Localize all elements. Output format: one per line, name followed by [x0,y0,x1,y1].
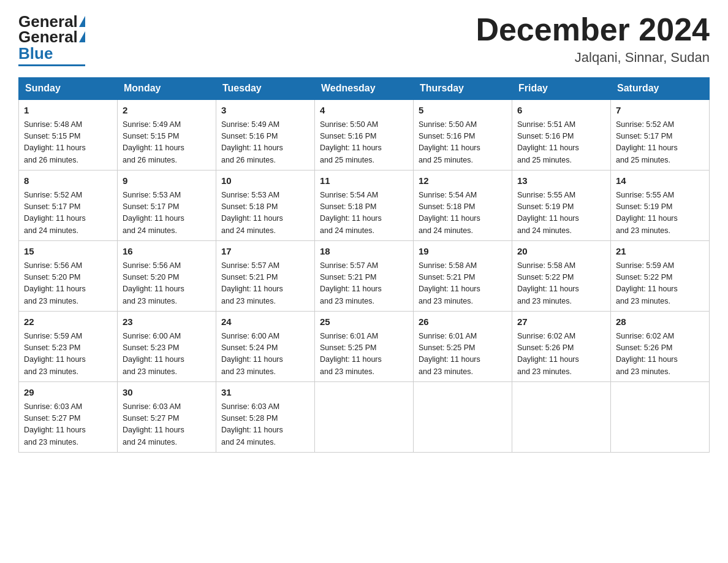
day-info: Sunrise: 5:57 AMSunset: 5:21 PMDaylight:… [221,260,309,308]
day-info: Sunrise: 5:49 AMSunset: 5:16 PMDaylight:… [221,119,309,167]
day-info: Sunrise: 5:58 AMSunset: 5:21 PMDaylight:… [419,260,507,308]
day-header-tuesday: Tuesday [216,78,315,100]
calendar-cell: 27Sunrise: 6:02 AMSunset: 5:26 PMDayligh… [512,312,611,382]
day-number: 3 [221,104,309,118]
day-info: Sunrise: 5:53 AMSunset: 5:18 PMDaylight:… [221,190,309,237]
calendar-cell: 29Sunrise: 6:03 AMSunset: 5:27 PMDayligh… [19,382,118,453]
calendar-cell: 21Sunrise: 5:59 AMSunset: 5:22 PMDayligh… [611,241,710,312]
calendar-cell [611,382,710,453]
day-number: 4 [320,104,408,118]
calendar-cell: 20Sunrise: 5:58 AMSunset: 5:22 PMDayligh… [512,241,611,312]
calendar-table: SundayMondayTuesdayWednesdayThursdayFrid… [18,77,710,453]
calendar-cell [512,382,611,453]
day-info: Sunrise: 5:50 AMSunset: 5:16 PMDaylight:… [320,119,408,167]
day-info: Sunrise: 6:00 AMSunset: 5:23 PMDaylight:… [123,331,211,378]
day-number: 23 [123,315,211,329]
calendar-week-row: 22Sunrise: 5:59 AMSunset: 5:23 PMDayligh… [19,312,710,382]
day-number: 7 [616,104,704,118]
day-header-saturday: Saturday [611,78,710,100]
day-info: Sunrise: 5:59 AMSunset: 5:23 PMDaylight:… [24,331,112,378]
day-number: 5 [419,104,507,118]
day-header-friday: Friday [512,78,611,100]
day-info: Sunrise: 6:02 AMSunset: 5:26 PMDaylight:… [616,331,704,378]
day-number: 16 [123,245,211,259]
day-number: 1 [24,104,112,118]
calendar-week-row: 29Sunrise: 6:03 AMSunset: 5:27 PMDayligh… [19,382,710,453]
day-number: 24 [221,315,309,329]
day-info: Sunrise: 5:55 AMSunset: 5:19 PMDaylight:… [517,190,605,237]
day-info: Sunrise: 6:01 AMSunset: 5:25 PMDaylight:… [419,331,507,378]
day-info: Sunrise: 5:55 AMSunset: 5:19 PMDaylight:… [616,190,704,237]
calendar-cell: 31Sunrise: 6:03 AMSunset: 5:28 PMDayligh… [216,382,315,453]
day-info: Sunrise: 5:58 AMSunset: 5:22 PMDaylight:… [517,260,605,308]
day-number: 21 [616,245,704,259]
calendar-cell: 16Sunrise: 5:56 AMSunset: 5:20 PMDayligh… [118,241,216,312]
calendar-cell [414,382,512,453]
day-info: Sunrise: 5:48 AMSunset: 5:15 PMDaylight:… [24,119,112,167]
calendar-cell: 23Sunrise: 6:00 AMSunset: 5:23 PMDayligh… [118,312,216,382]
calendar-cell: 6Sunrise: 5:51 AMSunset: 5:16 PMDaylight… [512,99,611,170]
day-number: 17 [221,245,309,259]
calendar-cell: 7Sunrise: 5:52 AMSunset: 5:17 PMDaylight… [611,99,710,170]
logo: General General Blue [18,12,85,66]
day-header-wednesday: Wednesday [315,78,414,100]
day-info: Sunrise: 5:56 AMSunset: 5:20 PMDaylight:… [123,260,211,308]
calendar-cell: 3Sunrise: 5:49 AMSunset: 5:16 PMDaylight… [216,99,315,170]
logo-triangle-icon2 [79,31,85,42]
day-number: 18 [320,245,408,259]
day-info: Sunrise: 5:49 AMSunset: 5:15 PMDaylight:… [123,119,211,167]
calendar-cell: 14Sunrise: 5:55 AMSunset: 5:19 PMDayligh… [611,170,710,241]
day-info: Sunrise: 6:03 AMSunset: 5:28 PMDaylight:… [221,401,309,449]
day-number: 8 [24,174,112,188]
day-header-monday: Monday [118,78,216,100]
day-number: 12 [419,174,507,188]
day-number: 10 [221,174,309,188]
calendar-cell: 11Sunrise: 5:54 AMSunset: 5:18 PMDayligh… [315,170,414,241]
day-number: 29 [24,386,112,400]
calendar-cell: 8Sunrise: 5:52 AMSunset: 5:17 PMDaylight… [19,170,118,241]
day-number: 31 [221,386,309,400]
day-number: 26 [419,315,507,329]
day-number: 25 [320,315,408,329]
day-header-thursday: Thursday [414,78,512,100]
day-number: 20 [517,245,605,259]
calendar-cell: 12Sunrise: 5:54 AMSunset: 5:18 PMDayligh… [414,170,512,241]
calendar-cell: 26Sunrise: 6:01 AMSunset: 5:25 PMDayligh… [414,312,512,382]
calendar-cell: 24Sunrise: 6:00 AMSunset: 5:24 PMDayligh… [216,312,315,382]
calendar-cell: 28Sunrise: 6:02 AMSunset: 5:26 PMDayligh… [611,312,710,382]
day-number: 9 [123,174,211,188]
calendar-cell: 30Sunrise: 6:03 AMSunset: 5:27 PMDayligh… [118,382,216,453]
title-block: December 2024 Jalqani, Sinnar, Sudan [476,12,710,66]
page-header: General General Blue December 2024 Jalqa… [18,12,710,66]
day-number: 22 [24,315,112,329]
calendar-cell: 13Sunrise: 5:55 AMSunset: 5:19 PMDayligh… [512,170,611,241]
day-number: 30 [123,386,211,400]
day-number: 27 [517,315,605,329]
logo-underline [18,64,85,66]
day-number: 2 [123,104,211,118]
calendar-cell: 18Sunrise: 5:57 AMSunset: 5:21 PMDayligh… [315,241,414,312]
day-header-sunday: Sunday [19,78,118,100]
calendar-header-row: SundayMondayTuesdayWednesdayThursdayFrid… [19,78,710,100]
day-info: Sunrise: 6:03 AMSunset: 5:27 PMDaylight:… [24,401,112,449]
calendar-week-row: 8Sunrise: 5:52 AMSunset: 5:17 PMDaylight… [19,170,710,241]
day-info: Sunrise: 5:51 AMSunset: 5:16 PMDaylight:… [517,119,605,167]
day-info: Sunrise: 5:59 AMSunset: 5:22 PMDaylight:… [616,260,704,308]
day-info: Sunrise: 5:56 AMSunset: 5:20 PMDaylight:… [24,260,112,308]
calendar-week-row: 15Sunrise: 5:56 AMSunset: 5:20 PMDayligh… [19,241,710,312]
day-number: 11 [320,174,408,188]
day-number: 28 [616,315,704,329]
calendar-location: Jalqani, Sinnar, Sudan [476,50,710,66]
day-number: 19 [419,245,507,259]
calendar-cell: 9Sunrise: 5:53 AMSunset: 5:17 PMDaylight… [118,170,216,241]
day-info: Sunrise: 5:52 AMSunset: 5:17 PMDaylight:… [616,119,704,167]
calendar-cell: 4Sunrise: 5:50 AMSunset: 5:16 PMDaylight… [315,99,414,170]
day-info: Sunrise: 5:53 AMSunset: 5:17 PMDaylight:… [123,190,211,237]
calendar-cell [315,382,414,453]
calendar-cell: 25Sunrise: 6:01 AMSunset: 5:25 PMDayligh… [315,312,414,382]
day-info: Sunrise: 5:54 AMSunset: 5:18 PMDaylight:… [419,190,507,237]
calendar-cell: 17Sunrise: 5:57 AMSunset: 5:21 PMDayligh… [216,241,315,312]
calendar-cell: 10Sunrise: 5:53 AMSunset: 5:18 PMDayligh… [216,170,315,241]
day-info: Sunrise: 5:57 AMSunset: 5:21 PMDaylight:… [320,260,408,308]
calendar-title: December 2024 [476,12,710,47]
